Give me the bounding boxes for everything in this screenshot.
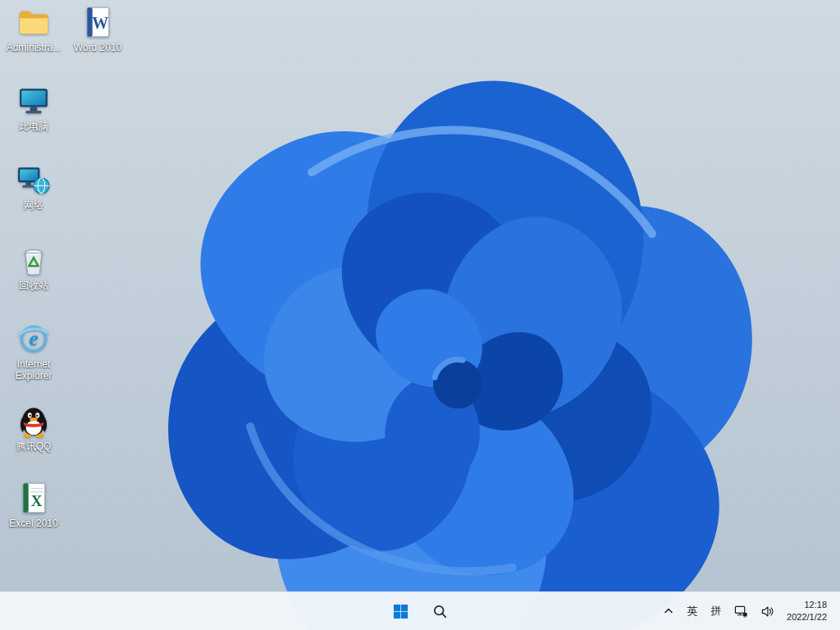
icon-label: 此电脑 — [19, 121, 48, 132]
excel-icon: X — [16, 481, 51, 515]
ime-mode-button[interactable]: 拼 — [705, 597, 727, 625]
desktop-icon-tencent-qq[interactable]: 腾讯QQ — [2, 404, 66, 452]
svg-text:X: X — [31, 493, 43, 510]
windows-logo-icon — [393, 604, 409, 619]
search-icon — [432, 604, 448, 619]
ethernet-display-icon — [734, 605, 748, 619]
volume-button[interactable] — [756, 597, 779, 625]
desktop-icon-recycle-bin[interactable]: 回收站 — [2, 243, 66, 291]
desktop-icon-this-pc[interactable]: 此电脑 — [2, 84, 66, 132]
desktop-icon-word-2010[interactable]: W Word 2010 — [66, 5, 130, 53]
system-tray: 英 拼 12:18 — [658, 592, 840, 630]
taskbar-center-group — [384, 596, 456, 627]
word-icon: W — [80, 5, 115, 39]
ime-language-button[interactable]: 英 — [682, 597, 703, 625]
desktop-icon-internet-explorer[interactable]: e Internet Explorer — [2, 322, 66, 382]
network-places-icon — [16, 162, 51, 197]
icon-label: Word 2010 — [74, 42, 121, 53]
search-button[interactable] — [423, 596, 456, 627]
clock[interactable]: 12:18 2022/1/22 — [782, 596, 832, 626]
desktop-icon-excel-2010[interactable]: X Excel 2010 — [2, 481, 66, 529]
svg-text:W: W — [92, 14, 108, 32]
tray-overflow-button[interactable] — [658, 597, 679, 625]
start-button[interactable] — [384, 596, 417, 627]
folder-icon — [16, 5, 51, 39]
qq-icon — [16, 404, 51, 438]
icon-label: Administra... — [7, 42, 62, 53]
chevron-up-icon — [664, 606, 673, 616]
this-pc-icon — [16, 84, 51, 118]
speaker-icon — [760, 605, 774, 619]
desktop-icon-administrator-folder[interactable]: Administra... — [2, 5, 66, 53]
icon-label: 网络 — [24, 199, 43, 211]
icon-label: Excel 2010 — [9, 518, 57, 529]
wallpaper-bloom — [0, 0, 840, 630]
svg-text:e: e — [29, 327, 38, 349]
clock-time: 12:18 — [787, 599, 827, 611]
icon-label: Internet Explorer — [2, 358, 65, 382]
network-button[interactable] — [729, 597, 753, 625]
icon-label: 腾讯QQ — [16, 441, 52, 452]
clock-date: 2022/1/22 — [787, 611, 827, 623]
taskbar: 英 拼 12:18 — [0, 591, 840, 630]
desktop-icon-network[interactable]: 网络 — [2, 162, 66, 211]
desktop: Administra... W Word 2010 此电脑 — [0, 0, 840, 630]
internet-explorer-icon: e — [16, 322, 51, 356]
icon-label: 回收站 — [19, 280, 48, 291]
recycle-bin-icon — [16, 243, 51, 277]
